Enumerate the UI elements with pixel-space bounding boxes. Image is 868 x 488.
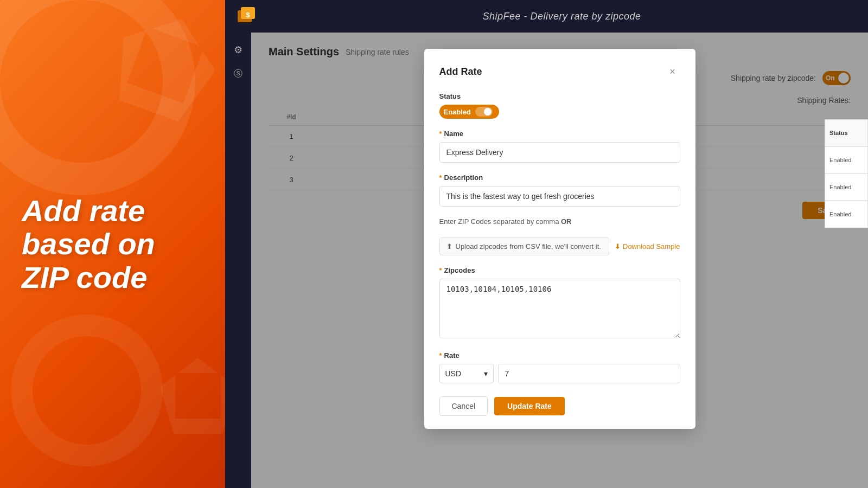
modal-title: Add Rate (439, 66, 482, 78)
app-body: ⚙ ⓢ Main Settings Shipping rate rules Sh… (225, 33, 868, 488)
left-background: Add rate based on ZIP code (0, 0, 225, 488)
description-input[interactable] (439, 186, 680, 207)
modal-overlay: Add Rate × Status Enabled (251, 33, 868, 488)
enabled-toggle[interactable]: Enabled (439, 105, 500, 119)
rate-required: * (439, 351, 442, 359)
app-section: $ ShipFee - Delivery rate by zipcode ⚙ ⓢ… (225, 0, 868, 488)
rate-input[interactable] (498, 364, 680, 383)
deco-shape-2 (160, 358, 236, 434)
navbar-title: ShipFee - Delivery rate by zipcode (266, 11, 857, 22)
sidebar-item-settings[interactable]: ⚙ (227, 39, 249, 61)
rate-label: *Rate (439, 351, 680, 359)
toggle-thumb (484, 108, 492, 115)
status-column: Status Enabled Enabled Enabled (825, 119, 868, 228)
hero-line1: Add rate (22, 194, 145, 228)
deco-shape-1 (103, 3, 228, 128)
description-field-section: *Description (439, 174, 680, 207)
name-required: * (439, 130, 442, 138)
currency-selector[interactable]: USD ▾ (439, 364, 494, 383)
status-badge-2: Enabled (825, 174, 868, 201)
zipcodes-label: *Zipcodes (439, 266, 680, 274)
upload-row: ⬆ Upload zipcodes from CSV file, we'll c… (439, 237, 680, 255)
zip-section-label: Enter ZIP Codes separated by comma OR (439, 217, 572, 226)
hero-text: Add rate based on ZIP code (22, 194, 155, 294)
update-rate-button[interactable]: Update Rate (494, 397, 565, 415)
modal-close-button[interactable]: × (665, 64, 680, 79)
toggle-track (475, 107, 493, 117)
cancel-button[interactable]: Cancel (439, 396, 488, 416)
modal-footer: Cancel Update Rate (439, 396, 680, 416)
rate-field-section: *Rate USD ▾ (439, 351, 680, 383)
add-rate-modal: Add Rate × Status Enabled (424, 49, 695, 429)
status-section: Status Enabled (439, 92, 680, 119)
description-label: *Description (439, 174, 680, 182)
zip-upload-section: Enter ZIP Codes separated by comma OR ⬆ … (439, 217, 680, 255)
app-logo: $ (236, 5, 258, 27)
rate-row: USD ▾ (439, 364, 680, 383)
upload-icon: ⬆ (446, 242, 452, 251)
description-required: * (439, 174, 442, 182)
sidebar: ⚙ ⓢ (225, 33, 251, 488)
settings-icon: ⚙ (234, 44, 242, 56)
modal-header: Add Rate × (439, 64, 680, 79)
hero-line3: ZIP code (22, 260, 147, 294)
name-label: *Name (439, 130, 680, 138)
name-input[interactable] (439, 142, 680, 163)
status-badge-header: Status (825, 119, 868, 146)
hero-line2: based on (22, 227, 155, 261)
sidebar-item-history[interactable]: ⓢ (227, 63, 249, 85)
download-sample-link[interactable]: ⬇ Download Sample (615, 242, 680, 251)
status-badge-1: Enabled (825, 146, 868, 174)
zip-row: Enter ZIP Codes separated by comma OR (439, 217, 680, 231)
navbar: $ ShipFee - Delivery rate by zipcode (225, 0, 868, 33)
status-badge-3: Enabled (825, 201, 868, 228)
upload-btn-label: Upload zipcodes from CSV file, we'll con… (456, 242, 601, 251)
upload-zip-button[interactable]: ⬆ Upload zipcodes from CSV file, we'll c… (439, 237, 610, 255)
zipcodes-required: * (439, 266, 442, 274)
svg-text:$: $ (246, 11, 250, 19)
history-icon: ⓢ (234, 68, 242, 80)
enabled-label: Enabled (444, 108, 471, 116)
main-content: Main Settings Shipping rate rules Shippi… (251, 33, 868, 488)
currency-value: USD (445, 369, 462, 378)
status-label: Status (439, 92, 680, 100)
currency-chevron-icon: ▾ (484, 369, 488, 378)
zipcodes-textarea[interactable]: 10103,10104,10105,10106 (439, 279, 680, 338)
name-field-section: *Name (439, 130, 680, 163)
zipcodes-field-section: *Zipcodes 10103,10104,10105,10106 (439, 266, 680, 341)
